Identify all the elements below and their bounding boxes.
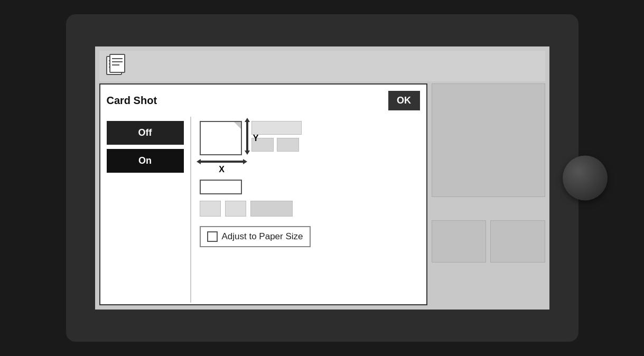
y-arrow: Y bbox=[246, 121, 248, 152]
size-input[interactable] bbox=[200, 180, 242, 194]
control-knob[interactable] bbox=[563, 156, 608, 201]
device-frame: Card Shot OK Off On bbox=[66, 14, 578, 342]
diagram-section: Y bbox=[200, 121, 420, 155]
spacer bbox=[432, 203, 545, 214]
left-panel: Off On bbox=[107, 117, 191, 303]
screen-inner: Card Shot OK Off On bbox=[95, 46, 549, 310]
adjust-paper-checkbox[interactable] bbox=[207, 231, 218, 242]
dialog-area: Card Shot OK Off On bbox=[99, 83, 427, 305]
off-button[interactable]: Off bbox=[107, 121, 184, 145]
size-option-2[interactable] bbox=[225, 201, 246, 217]
title-bar bbox=[99, 51, 545, 81]
adjust-paper-size-row[interactable]: Adjust to Paper Size bbox=[200, 226, 311, 247]
dialog-title: Card Shot bbox=[107, 95, 157, 107]
dialog-box: Card Shot OK Off On bbox=[99, 83, 427, 305]
size-options bbox=[200, 201, 420, 217]
preview-panel-bottom-left bbox=[432, 220, 487, 263]
preview-panel-top bbox=[432, 83, 545, 197]
card-icon bbox=[200, 121, 242, 155]
x-arrow-container: X bbox=[200, 161, 244, 174]
dialog-header: Card Shot OK bbox=[107, 91, 420, 110]
y-arrow-container: Y bbox=[246, 121, 248, 154]
input-area bbox=[200, 180, 420, 217]
x-arrow bbox=[200, 161, 244, 163]
on-button[interactable]: On bbox=[107, 149, 184, 173]
y-label: Y bbox=[253, 134, 259, 143]
x-label: X bbox=[219, 165, 225, 174]
size-option-1[interactable] bbox=[200, 201, 221, 217]
right-panel: Y bbox=[191, 117, 420, 303]
size-option-3[interactable] bbox=[250, 201, 293, 217]
preview-rect-top bbox=[251, 121, 302, 135]
adjust-paper-label: Adjust to Paper Size bbox=[222, 231, 303, 242]
main-content: Card Shot OK Off On bbox=[99, 83, 545, 305]
preview-panel-bottom-right bbox=[490, 220, 545, 263]
ok-button[interactable]: OK bbox=[388, 91, 420, 110]
svg-rect-4 bbox=[110, 54, 125, 72]
screen: Card Shot OK Off On bbox=[95, 46, 549, 310]
right-sidebar bbox=[432, 83, 545, 305]
preview-rect-sm-right bbox=[277, 138, 299, 152]
preview-panels-bottom bbox=[432, 220, 545, 263]
document-icon bbox=[105, 53, 127, 79]
dialog-body: Off On bbox=[107, 117, 420, 303]
